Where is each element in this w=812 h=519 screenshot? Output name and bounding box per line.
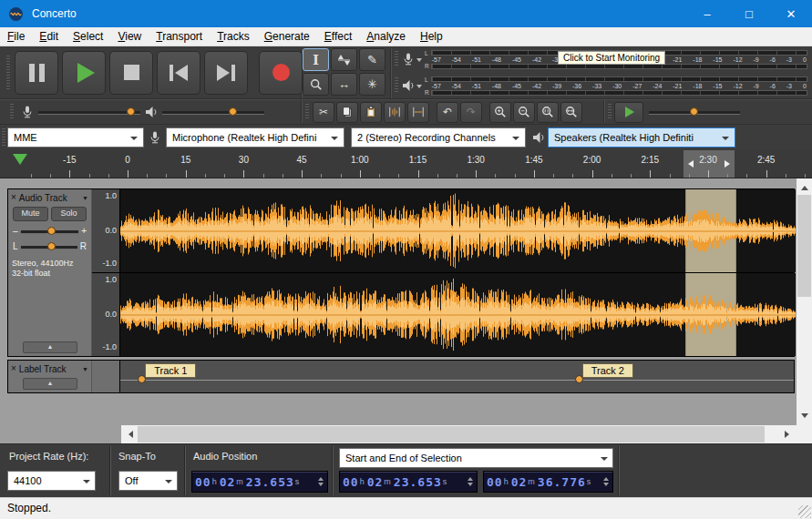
envelope-tool-button[interactable] <box>331 48 357 71</box>
menu-file[interactable]: File <box>0 27 32 46</box>
toolbar-grip[interactable] <box>6 56 10 90</box>
seconds-value[interactable]: 36.776 <box>538 475 586 489</box>
menu-effect[interactable]: Effect <box>317 27 359 46</box>
track-label[interactable]: Track 1 <box>145 363 196 378</box>
waveform-channel-left[interactable] <box>120 189 796 272</box>
slider-thumb[interactable] <box>47 242 56 250</box>
minimize-button[interactable]: – <box>686 0 728 27</box>
scroll-left-button[interactable] <box>121 425 137 443</box>
time-spinner[interactable] <box>468 474 474 489</box>
audio-position-display[interactable]: 00h 02m 23.653s <box>191 471 328 493</box>
snap-to-combo[interactable]: Off <box>118 471 178 491</box>
pan-slider[interactable] <box>21 241 77 252</box>
play-button[interactable] <box>62 51 106 95</box>
recording-device-combo[interactable]: Microphone (Realtek High Defini <box>166 127 344 148</box>
zoom-to-selection-button[interactable] <box>537 102 559 123</box>
draw-tool-button[interactable]: ✎ <box>359 48 385 71</box>
close-track-button[interactable]: × <box>11 192 16 203</box>
mute-button[interactable]: Mute <box>13 207 48 221</box>
record-button[interactable] <box>259 51 303 95</box>
playhead-triangle-icon[interactable] <box>13 154 27 165</box>
audio-host-combo[interactable]: MME <box>7 127 144 148</box>
menu-generate[interactable]: Generate <box>257 27 317 46</box>
vertical-scrollbar[interactable] <box>797 178 812 425</box>
toolbar-grip[interactable] <box>305 104 309 120</box>
pause-button[interactable] <box>15 51 58 95</box>
timeline-ruler[interactable]: -1501530451:001:151:301:452:002:152:302:… <box>0 150 812 178</box>
label-track-content[interactable]: Track 1Track 2 <box>120 361 794 392</box>
label-track-title[interactable]: Label Track <box>19 364 67 374</box>
play-speed-slider[interactable] <box>649 106 740 118</box>
collapse-track-button[interactable]: ▲ <box>23 378 77 390</box>
title-bar[interactable]: Concerto – □ ✕ <box>0 0 812 27</box>
recording-volume-slider[interactable] <box>38 106 140 118</box>
resize-grip[interactable] <box>798 505 811 518</box>
gain-slider[interactable] <box>21 226 79 237</box>
menu-edit[interactable]: Edit <box>32 27 66 46</box>
track-canvas[interactable]: × Audio Track ▼ Mute Solo – + L <box>0 178 812 425</box>
selection-tool-button[interactable]: I <box>303 48 329 71</box>
waveform-channel-right[interactable] <box>120 273 796 356</box>
minutes-value[interactable]: 02 <box>511 475 528 489</box>
menu-help[interactable]: Help <box>413 27 450 46</box>
menu-analyze[interactable]: Analyze <box>359 27 413 46</box>
close-button[interactable]: ✕ <box>770 0 812 27</box>
time-spinner[interactable] <box>318 474 324 489</box>
selection-end-display[interactable]: 00h 02m 36.776s <box>483 471 613 493</box>
timeshift-tool-button[interactable]: ↔ <box>331 73 357 96</box>
collapse-track-button[interactable]: ▲ <box>23 341 77 353</box>
menu-view[interactable]: View <box>110 27 149 46</box>
playback-meter[interactable]: L R -57-54-51-48-45-42-39-36-33-30-27-24… <box>392 73 812 98</box>
playback-volume-slider[interactable] <box>162 106 264 118</box>
slider-thumb[interactable] <box>47 227 56 235</box>
zoom-in-button[interactable] <box>489 102 511 123</box>
vertical-scroll-thumb[interactable] <box>797 195 811 297</box>
play-at-speed-button[interactable] <box>614 102 643 123</box>
slider-thumb[interactable] <box>229 107 237 116</box>
trim-audio-button[interactable] <box>384 102 406 123</box>
amplitude-ruler[interactable]: 1.00.0-1.0 1.00.0-1.0 <box>92 189 120 356</box>
toolbar-grip[interactable] <box>395 51 398 67</box>
scroll-right-button[interactable] <box>781 425 797 443</box>
playback-device-combo[interactable]: Speakers (Realtek High Definiti <box>548 127 735 148</box>
recording-channels-combo[interactable]: 2 (Stereo) Recording Channels <box>351 127 526 148</box>
stop-button[interactable] <box>109 51 153 95</box>
toolbar-grip[interactable] <box>395 77 398 94</box>
cut-button[interactable]: ✂ <box>313 102 334 123</box>
undo-button[interactable]: ↶ <box>437 102 458 123</box>
hours-value[interactable]: 00 <box>343 475 359 489</box>
toolbar-grip[interactable] <box>608 104 612 120</box>
slider-thumb[interactable] <box>127 107 135 116</box>
waveform-view[interactable] <box>120 189 794 356</box>
track-menu-caret-icon[interactable]: ▼ <box>82 366 88 372</box>
copy-button[interactable] <box>336 102 358 123</box>
minutes-value[interactable]: 02 <box>367 475 384 489</box>
project-rate-combo[interactable]: 44100 <box>7 471 96 491</box>
menu-tracks[interactable]: Tracks <box>210 27 257 46</box>
toolbar-grip[interactable] <box>10 104 14 120</box>
slider-thumb[interactable] <box>690 107 698 116</box>
selection-start-display[interactable]: 00h 02m 23.653s <box>339 471 478 493</box>
seconds-value[interactable]: 23.653 <box>394 475 442 489</box>
solo-button[interactable]: Solo <box>51 207 87 221</box>
track-menu-caret-icon[interactable]: ▼ <box>82 195 88 201</box>
track-label[interactable]: Track 2 <box>582 363 633 378</box>
scroll-up-button[interactable] <box>797 178 812 194</box>
paste-button[interactable] <box>360 102 382 123</box>
redo-button[interactable]: ↷ <box>460 102 482 123</box>
selection-mode-combo[interactable]: Start and End of Selection <box>339 448 613 468</box>
horizontal-scrollbar[interactable] <box>121 425 797 443</box>
minutes-value[interactable]: 02 <box>220 475 236 489</box>
horizontal-scroll-thumb[interactable] <box>138 426 765 443</box>
seconds-value[interactable]: 23.653 <box>246 475 294 489</box>
playback-meter-body[interactable]: -57-54-51-48-45-42-39-36-33-30-27-24-21-… <box>431 76 807 96</box>
audio-track-title[interactable]: Audio Track <box>19 193 67 203</box>
toolbar-grip[interactable] <box>2 128 5 147</box>
menu-select[interactable]: Select <box>66 27 110 46</box>
maximize-button[interactable]: □ <box>728 0 770 27</box>
close-track-button[interactable]: × <box>11 363 16 374</box>
zoom-tool-button[interactable] <box>303 73 329 96</box>
zoom-out-button[interactable] <box>513 102 535 123</box>
time-spinner[interactable] <box>603 474 610 489</box>
hours-value[interactable]: 00 <box>195 475 211 489</box>
